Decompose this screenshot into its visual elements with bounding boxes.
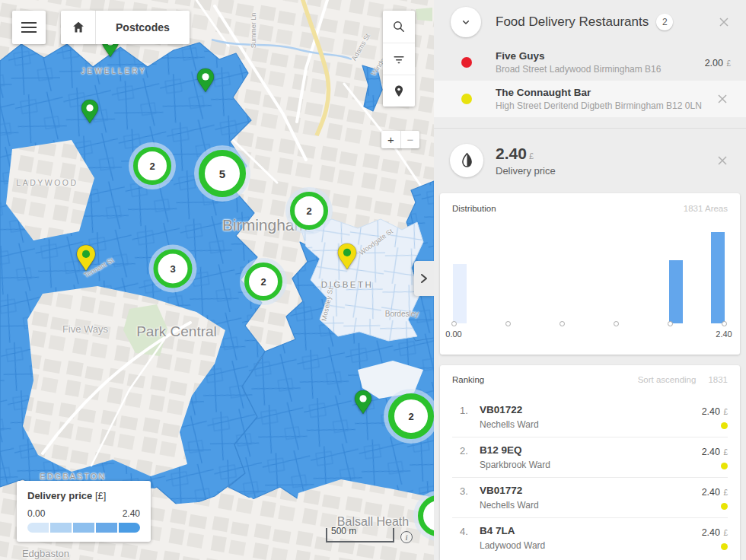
restaurant-item-connaught-bar[interactable]: The Connaught Bar High Street Deritend D… bbox=[434, 81, 746, 117]
pin-marker-yellow[interactable] bbox=[75, 244, 97, 272]
rank-number: 1. bbox=[460, 404, 480, 430]
filter-button[interactable] bbox=[383, 43, 415, 75]
delivery-price-widget: 2.40£ Delivery price bbox=[434, 128, 746, 192]
metric-label: Delivery price bbox=[496, 165, 714, 177]
sidebar-expand-handle[interactable] bbox=[414, 261, 434, 296]
pin-marker-green[interactable] bbox=[196, 68, 215, 93]
breadcrumb-title: Postcodes bbox=[96, 11, 190, 44]
restaurant-item-five-guys[interactable]: Five Guys Broad Street Ladywood Birmingh… bbox=[434, 44, 746, 81]
menu-button[interactable] bbox=[12, 11, 46, 44]
distribution-card: Distribution 1831 Areas 0.002.40 bbox=[440, 193, 740, 355]
ranking-row-1[interactable]: 1. VB01722 Nechells Ward 2.40 £ bbox=[452, 397, 728, 437]
map-canvas[interactable]: JEWELLERYLADYWOODBirminghamDIGBETHFive W… bbox=[0, 0, 434, 560]
breadcrumb: Postcodes bbox=[61, 11, 190, 44]
location-pin-icon bbox=[391, 84, 406, 99]
histogram-bar[interactable] bbox=[453, 264, 467, 323]
map-scale-bar: 500 m bbox=[326, 528, 394, 542]
legend-color-ramp bbox=[27, 523, 140, 533]
ranking-row-4[interactable]: 4. B4 7LA Ladywood Ward 2.40 £ bbox=[452, 517, 728, 558]
collapse-section-button[interactable] bbox=[451, 7, 481, 37]
axis-tick bbox=[451, 321, 457, 326]
cluster-marker[interactable]: 5 bbox=[199, 150, 246, 197]
axis-label: 0.00 bbox=[445, 329, 461, 339]
remove-restaurant-button[interactable] bbox=[714, 91, 731, 107]
rank-number: 3. bbox=[460, 485, 480, 511]
zoom-out-button[interactable]: − bbox=[400, 131, 419, 148]
area-price: 2.40 £ bbox=[702, 404, 728, 417]
axis-tick bbox=[560, 321, 565, 326]
rank-number: 2. bbox=[460, 444, 480, 470]
restaurants-count-badge: 2 bbox=[656, 14, 673, 30]
area-code: B4 7LA bbox=[480, 525, 702, 536]
ranking-row-3[interactable]: 3. VB01772 Nechells Ward 2.40 £ bbox=[452, 477, 728, 517]
restaurants-header: Food Delivery Restaurants 2 bbox=[434, 0, 746, 44]
restaurant-address: High Street Deritend Digbeth Birmingham … bbox=[496, 100, 714, 111]
restaurant-name: Five Guys bbox=[496, 50, 705, 62]
rank-color-dot bbox=[721, 463, 728, 469]
cluster-marker[interactable]: 2 bbox=[290, 192, 328, 230]
map-legend: Delivery price [£] 0.00 2.40 bbox=[17, 481, 151, 542]
restaurant-color-dot bbox=[461, 57, 472, 68]
close-restaurants-button[interactable] bbox=[716, 14, 732, 30]
area-price: 2.40 £ bbox=[702, 444, 728, 457]
legend-max: 2.40 bbox=[123, 508, 140, 519]
ranking-title: Ranking bbox=[452, 375, 484, 384]
search-button[interactable] bbox=[383, 11, 415, 43]
restaurant-address: Broad Street Ladywood Birmingham B16 bbox=[496, 64, 705, 75]
legend-swatch bbox=[96, 523, 117, 533]
section-title: Food Delivery Restaurants bbox=[496, 14, 649, 30]
cluster-marker[interactable]: 3 bbox=[154, 250, 193, 288]
locate-button[interactable] bbox=[383, 75, 415, 107]
chevron-right-icon bbox=[419, 272, 429, 285]
rank-color-dot bbox=[721, 503, 728, 510]
ward-name: Sparkbrook Ward bbox=[480, 460, 702, 470]
axis-tick bbox=[505, 321, 511, 326]
pin-marker-yellow[interactable] bbox=[336, 243, 358, 270]
filter-icon bbox=[391, 52, 406, 67]
cluster-marker[interactable]: 2 bbox=[244, 262, 282, 301]
map-tool-stack bbox=[383, 11, 415, 107]
legend-title: Delivery price bbox=[27, 490, 92, 501]
rank-color-dot bbox=[721, 543, 728, 550]
zoom-in-button[interactable]: + bbox=[381, 131, 400, 148]
cluster-marker[interactable] bbox=[418, 495, 434, 536]
ward-name: Nechells Ward bbox=[480, 419, 702, 430]
legend-swatch bbox=[119, 523, 140, 533]
legend-swatch bbox=[50, 523, 72, 533]
ranking-card: Ranking Sort ascending 1831 1. VB01722 N… bbox=[440, 365, 740, 560]
legend-min: 0.00 bbox=[27, 508, 45, 519]
search-icon bbox=[391, 19, 406, 34]
restaurant-name: The Connaught Bar bbox=[496, 87, 714, 98]
close-metric-button[interactable] bbox=[714, 152, 731, 169]
close-icon bbox=[717, 94, 728, 104]
sidebar: Food Delivery Restaurants 2 Five Guys Br… bbox=[434, 0, 746, 560]
invert-colors-drop-icon bbox=[459, 152, 475, 168]
home-button[interactable] bbox=[61, 11, 96, 44]
areas-count: 1831 Areas bbox=[684, 204, 728, 213]
ranking-row-2[interactable]: 2. B12 9EQ Sparkbrook Ward 2.40 £ bbox=[452, 437, 728, 477]
legend-swatch bbox=[73, 523, 94, 533]
axis-label: 2.40 bbox=[716, 329, 732, 339]
axis-tick bbox=[722, 321, 727, 326]
attribution-info-icon[interactable]: i bbox=[400, 531, 413, 543]
cluster-marker[interactable]: 2 bbox=[133, 147, 171, 185]
distribution-title: Distribution bbox=[452, 204, 496, 213]
sort-ascending-button[interactable]: Sort ascending bbox=[638, 375, 697, 384]
close-icon bbox=[717, 155, 728, 166]
pin-marker-green[interactable] bbox=[354, 390, 373, 415]
area-code: VB01722 bbox=[480, 404, 702, 415]
histogram-bar[interactable] bbox=[669, 260, 683, 323]
legend-swatch bbox=[27, 523, 49, 533]
cluster-marker[interactable]: 2 bbox=[388, 393, 434, 439]
map-markers-layer: 252322 bbox=[0, 0, 434, 560]
hamburger-icon bbox=[21, 19, 37, 36]
pin-marker-green[interactable] bbox=[81, 99, 100, 124]
restaurant-color-dot bbox=[461, 94, 472, 104]
chevron-down-icon bbox=[458, 14, 473, 30]
axis-tick bbox=[614, 321, 619, 326]
distribution-histogram: 0.002.40 bbox=[452, 218, 728, 347]
histogram-bar[interactable] bbox=[711, 232, 725, 323]
ward-name: Nechells Ward bbox=[480, 500, 702, 511]
area-code: B12 9EQ bbox=[480, 444, 702, 456]
axis-tick bbox=[668, 321, 673, 326]
